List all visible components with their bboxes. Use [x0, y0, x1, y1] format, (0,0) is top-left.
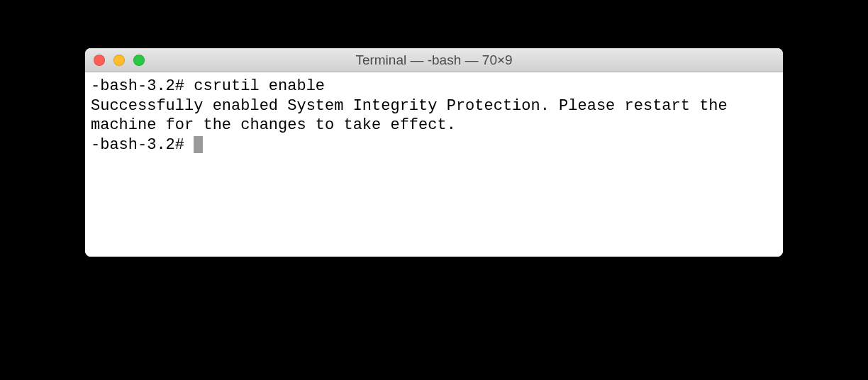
- shell-command: csrutil enable: [194, 77, 325, 95]
- cursor-icon: [194, 136, 203, 153]
- maximize-icon[interactable]: [133, 55, 145, 66]
- window-title: Terminal — -bash — 70×9: [85, 52, 783, 68]
- terminal-output: Successfully enabled System Integrity Pr…: [91, 96, 777, 135]
- terminal-window: Terminal — -bash — 70×9 -bash-3.2# csrut…: [85, 48, 783, 257]
- shell-prompt: -bash-3.2#: [91, 77, 194, 95]
- terminal-content[interactable]: -bash-3.2# csrutil enableSuccessfully en…: [85, 72, 783, 257]
- window-titlebar[interactable]: Terminal — -bash — 70×9: [85, 48, 783, 72]
- terminal-line: -bash-3.2#: [91, 135, 777, 155]
- minimize-icon[interactable]: [113, 55, 125, 66]
- traffic-lights: [94, 55, 145, 66]
- terminal-line: -bash-3.2# csrutil enable: [91, 77, 777, 96]
- close-icon[interactable]: [94, 55, 105, 66]
- shell-prompt: -bash-3.2#: [91, 136, 194, 154]
